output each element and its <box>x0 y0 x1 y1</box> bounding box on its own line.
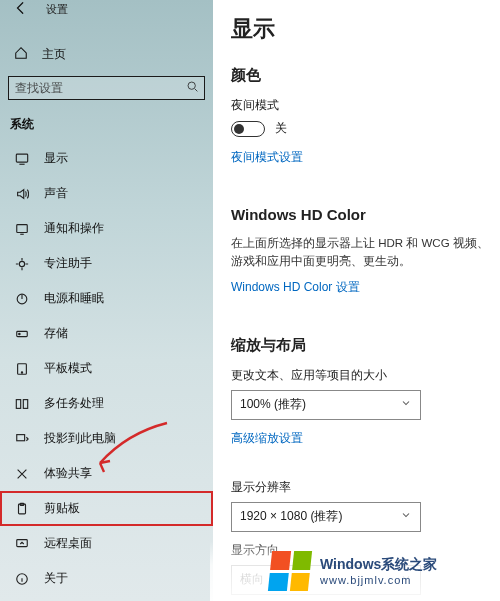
sidebar-item-label: 远程桌面 <box>44 535 92 552</box>
orientation-label: 显示方向 <box>231 542 500 559</box>
svg-point-0 <box>188 82 195 89</box>
page-title: 显示 <box>231 14 500 44</box>
svg-rect-10 <box>23 399 27 408</box>
clipboard-icon <box>14 502 30 516</box>
svg-rect-1 <box>16 154 27 162</box>
night-mode-settings-link[interactable]: 夜间模式设置 <box>231 149 303 166</box>
sidebar-item-label: 多任务处理 <box>44 395 104 412</box>
sidebar-item-clipboard[interactable]: 剪贴板 <box>0 491 213 526</box>
sidebar-item-label: 存储 <box>44 325 68 342</box>
svg-rect-11 <box>17 434 25 440</box>
advanced-scaling-link[interactable]: 高级缩放设置 <box>231 430 303 447</box>
svg-point-3 <box>19 261 24 266</box>
sidebar-item-remote[interactable]: 远程桌面 <box>0 526 213 561</box>
sidebar-item-shared[interactable]: 体验共享 <box>0 456 213 491</box>
search-input[interactable] <box>9 81 180 95</box>
sidebar-item-notifications[interactable]: 通知和操作 <box>0 211 213 246</box>
sidebar-item-label: 声音 <box>44 185 68 202</box>
resolution-value: 1920 × 1080 (推荐) <box>240 508 342 525</box>
sidebar-home[interactable]: 主页 <box>0 36 213 72</box>
share-icon <box>14 467 30 481</box>
night-mode-label: 夜间模式 <box>231 97 500 114</box>
sidebar-home-label: 主页 <box>42 46 66 63</box>
sidebar-item-label: 剪贴板 <box>44 500 80 517</box>
text-size-label: 更改文本、应用等项目的大小 <box>231 367 500 384</box>
sidebar-item-sound[interactable]: 声音 <box>0 176 213 211</box>
chevron-down-icon <box>400 397 412 412</box>
app-title: 设置 <box>46 2 68 17</box>
orientation-dropdown[interactable]: 横向 <box>231 565 421 595</box>
hd-color-link[interactable]: Windows HD Color 设置 <box>231 279 360 296</box>
sidebar-nav: 显示 声音 通知和操作 专注助手 电源和睡眠 存储 <box>0 141 213 596</box>
svg-rect-14 <box>17 539 28 546</box>
multitask-icon <box>14 397 30 411</box>
sound-icon <box>14 187 30 201</box>
resolution-dropdown[interactable]: 1920 × 1080 (推荐) <box>231 502 421 532</box>
sidebar-item-label: 通知和操作 <box>44 220 104 237</box>
power-icon <box>14 292 30 306</box>
storage-icon <box>14 327 30 341</box>
monitor-icon <box>14 152 30 166</box>
home-icon <box>14 46 28 63</box>
night-mode-state: 关 <box>275 120 287 137</box>
svg-rect-2 <box>17 224 28 232</box>
notification-icon <box>14 222 30 236</box>
text-size-value: 100% (推荐) <box>240 396 306 413</box>
svg-rect-9 <box>16 399 20 408</box>
sidebar-item-storage[interactable]: 存储 <box>0 316 213 351</box>
sidebar-item-label: 显示 <box>44 150 68 167</box>
sidebar-item-focus[interactable]: 专注助手 <box>0 246 213 281</box>
orientation-value: 横向 <box>240 571 264 588</box>
tablet-icon <box>14 362 30 376</box>
section-color: 颜色 <box>231 66 500 85</box>
back-icon[interactable] <box>14 1 28 18</box>
hd-color-desc: 在上面所选择的显示器上让 HDR 和 WCG 视频、游戏和应用中面更明亮、更生动… <box>231 235 500 271</box>
section-hd-color: Windows HD Color <box>231 206 500 223</box>
sidebar-item-about[interactable]: 关于 <box>0 561 213 596</box>
sidebar-item-power[interactable]: 电源和睡眠 <box>0 281 213 316</box>
sidebar-item-label: 投影到此电脑 <box>44 430 116 447</box>
settings-sidebar: 设置 主页 系统 显示 声音 <box>0 0 213 601</box>
search-icon[interactable] <box>180 80 204 96</box>
sidebar-item-label: 平板模式 <box>44 360 92 377</box>
sidebar-item-multitask[interactable]: 多任务处理 <box>0 386 213 421</box>
sidebar-item-projecting[interactable]: 投影到此电脑 <box>0 421 213 456</box>
svg-point-8 <box>21 371 22 372</box>
sidebar-item-tablet[interactable]: 平板模式 <box>0 351 213 386</box>
night-mode-toggle[interactable] <box>231 121 265 137</box>
search-box[interactable] <box>8 76 205 100</box>
project-icon <box>14 432 30 446</box>
svg-point-6 <box>19 333 20 334</box>
sidebar-item-label: 体验共享 <box>44 465 92 482</box>
sidebar-item-label: 专注助手 <box>44 255 92 272</box>
text-size-dropdown[interactable]: 100% (推荐) <box>231 390 421 420</box>
focus-icon <box>14 257 30 271</box>
chevron-down-icon <box>400 572 412 587</box>
resolution-label: 显示分辨率 <box>231 479 500 496</box>
remote-icon <box>14 537 30 551</box>
info-icon <box>14 572 30 586</box>
sidebar-section-label: 系统 <box>0 100 213 141</box>
chevron-down-icon <box>400 509 412 524</box>
sidebar-item-display[interactable]: 显示 <box>0 141 213 176</box>
sidebar-item-label: 电源和睡眠 <box>44 290 104 307</box>
sidebar-item-label: 关于 <box>44 570 68 587</box>
main-panel: 显示 颜色 夜间模式 关 夜间模式设置 Windows HD Color 在上面… <box>213 0 500 601</box>
section-scale: 缩放与布局 <box>231 336 500 355</box>
